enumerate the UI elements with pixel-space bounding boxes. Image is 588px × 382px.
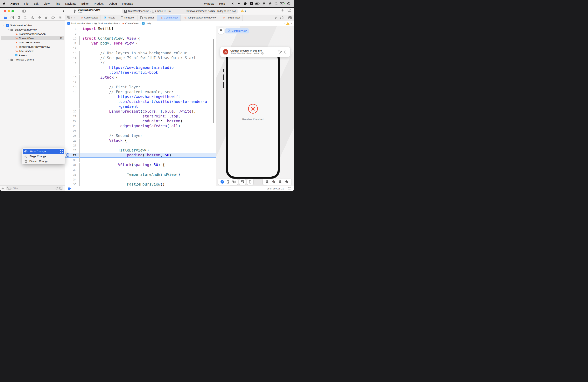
code-line[interactable]: 14 // See page 79 of SwiftUI Views Quick…: [65, 55, 216, 60]
scheme-name[interactable]: StaticWeatherView: [128, 10, 148, 12]
recent-filter-icon[interactable]: [55, 187, 58, 190]
change-ribbon[interactable]: [79, 143, 80, 148]
code-line[interactable]: 35 Past24HoursView(): [65, 182, 216, 186]
menu-item-view[interactable]: View: [41, 2, 52, 5]
change-ribbon[interactable]: [79, 65, 80, 70]
code-line[interactable]: 9: [65, 31, 216, 36]
code-line[interactable]: 22 endPoint: .bottom): [65, 119, 216, 124]
change-ribbon[interactable]: [79, 89, 80, 94]
change-ribbon[interactable]: [79, 177, 80, 182]
change-ribbon[interactable]: [79, 153, 80, 158]
toggles-icon[interactable]: [241, 180, 244, 183]
menu-item-file[interactable]: File: [21, 2, 31, 5]
menu-item-window[interactable]: Window: [202, 2, 217, 5]
chevron-left-icon[interactable]: [230, 1, 235, 6]
code-line[interactable]: 15 //: [65, 60, 216, 65]
menu-item-debug[interactable]: Debug: [106, 2, 119, 5]
add-tab-icon[interactable]: [281, 9, 284, 12]
code-line[interactable]: 26 VStack {: [65, 138, 216, 143]
code-line[interactable]: 32: [65, 167, 216, 172]
code-line[interactable]: 19 // For gradient example, see:: [65, 89, 216, 94]
code-line[interactable]: https://www.bigmountainstudio: [65, 65, 216, 70]
change-ribbon[interactable]: [79, 70, 80, 74]
navigator-tab-folder-blue[interactable]: [3, 16, 7, 19]
diagnostics-icon[interactable]: [278, 50, 282, 54]
breadcrumb-staticweatherview[interactable]: StaticWeatherView: [67, 22, 91, 25]
tree-item-titlebarview[interactable]: TitleBarView: [0, 49, 65, 53]
tree-item-past24hoursview[interactable]: Past24HoursView: [0, 40, 65, 44]
run-destination[interactable]: iPhone 16 Pro: [155, 10, 170, 12]
change-ribbon[interactable]: [79, 138, 80, 143]
code-line[interactable]: https://www.hackingwithswift: [65, 94, 216, 99]
mag-one-icon[interactable]: 1: [272, 180, 275, 184]
code-line[interactable]: 8import SwiftUI: [65, 26, 216, 31]
clock-arrow-icon[interactable]: [286, 1, 291, 6]
close-window-button[interactable]: [4, 10, 6, 12]
breadcrumb-staticweatherview[interactable]: StaticWeatherView: [94, 22, 118, 25]
scm-filter-icon[interactable]: [59, 187, 62, 190]
navigator-tab-search[interactable]: [24, 16, 27, 19]
apple-menu[interactable]: [0, 2, 8, 5]
navigator-tab-diamond-check[interactable]: [38, 16, 41, 19]
search-icon[interactable]: [274, 1, 279, 6]
disclosure-icon[interactable]: ›: [7, 58, 9, 61]
editor-tab-contentview[interactable]: ContentView: [157, 15, 181, 21]
run-button[interactable]: [61, 9, 66, 13]
change-ribbon[interactable]: [79, 109, 80, 114]
code-line[interactable]: 27: [65, 143, 216, 148]
disclosure-icon[interactable]: ˅: [3, 24, 5, 26]
forward-icon[interactable]: ›: [73, 16, 75, 20]
editor-tab-contentview[interactable]: ContentView: [77, 15, 101, 21]
mag-fit-icon[interactable]: [279, 180, 282, 184]
editor-tab-no-editor[interactable]: No Editor: [137, 15, 157, 21]
menu-item-product[interactable]: Product: [91, 2, 106, 5]
add-file-icon[interactable]: [1, 187, 4, 190]
tree-item-assets[interactable]: Assets: [0, 53, 65, 57]
preview-target-pill[interactable]: Content View: [225, 28, 249, 33]
navigator-tab-breakpoint[interactable]: [52, 16, 55, 19]
tree-item-contentview[interactable]: ContentViewM: [0, 36, 65, 40]
tab-overview-icon[interactable]: [67, 16, 70, 19]
editor-tab-assets[interactable]: Assets: [101, 15, 118, 21]
menu-item-navigate[interactable]: Navigate: [63, 2, 79, 5]
change-ribbon[interactable]: [79, 94, 80, 99]
tree-item-staticweatherview[interactable]: ˅StaticWeatherView: [0, 23, 65, 27]
previous-issue-icon[interactable]: ‹: [284, 22, 285, 25]
code-line[interactable]: 20 LinearGradient(colors: [.blue, .white…: [65, 109, 216, 114]
menu-item-editor[interactable]: Editor: [79, 2, 91, 5]
warning-count-badge[interactable]: 1: [241, 9, 246, 12]
code-line[interactable]: 28 TitleBarView(): [65, 148, 216, 153]
menu-app-name[interactable]: Xcode: [8, 2, 21, 5]
change-ribbon[interactable]: [79, 182, 80, 186]
change-bar-capsule[interactable]: [66, 153, 69, 157]
disclosure-icon[interactable]: ˅: [7, 29, 9, 31]
code-line[interactable]: 24: [65, 128, 216, 133]
filter-input[interactable]: Filter: [6, 186, 63, 191]
code-line[interactable]: 12: [65, 46, 216, 51]
code-line[interactable]: 33 TemperatureAndWindView(): [65, 172, 216, 177]
change-ribbon[interactable]: [79, 80, 80, 85]
toggle-inspector-icon[interactable]: [288, 9, 291, 12]
swap-editor-icon[interactable]: [274, 16, 278, 19]
code-line[interactable]: 31 VStack(spacing: 50) {: [65, 162, 216, 167]
editor-tab-titlebarview[interactable]: TitleBarView: [219, 15, 242, 21]
mag-plus-icon[interactable]: [285, 180, 289, 184]
minimap-icon[interactable]: [280, 16, 284, 19]
change-ribbon[interactable]: [79, 128, 80, 133]
play-fill-icon[interactable]: [220, 180, 224, 184]
change-ribbon[interactable]: [79, 167, 80, 172]
change-ribbon[interactable]: [79, 36, 80, 41]
info-icon[interactable]: [261, 52, 264, 55]
code-line[interactable]: 30: [65, 158, 216, 162]
navigator-tab-warn-tri[interactable]: [31, 16, 34, 19]
navigator-tab-bookmark[interactable]: [18, 16, 20, 19]
zoom-window-button[interactable]: [11, 10, 14, 12]
change-ribbon[interactable]: [79, 172, 80, 177]
navigator-tab-spray[interactable]: [45, 16, 48, 19]
navigator-tab-srcctrl[interactable]: [10, 16, 14, 19]
mag-minus-icon[interactable]: [266, 180, 269, 184]
issue-warning-icon[interactable]: [286, 22, 290, 25]
change-ribbon[interactable]: [79, 60, 80, 65]
control-center-icon[interactable]: [280, 1, 285, 6]
wifi-icon[interactable]: [261, 1, 266, 6]
